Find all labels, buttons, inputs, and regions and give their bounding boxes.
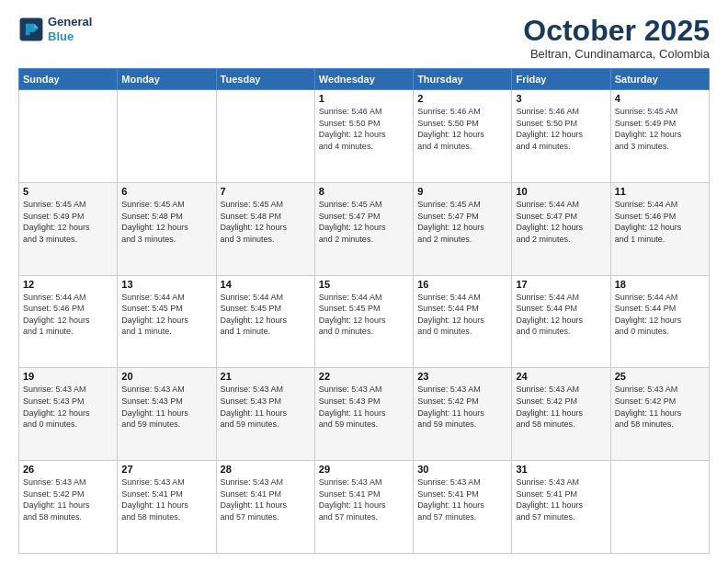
col-friday: Friday — [512, 69, 610, 90]
day-number: 24 — [516, 371, 606, 382]
day-number: 30 — [417, 464, 507, 475]
day-number: 6 — [121, 186, 211, 197]
calendar-cell: 4Sunrise: 5:45 AM Sunset: 5:49 PM Daylig… — [610, 90, 709, 183]
day-info: Sunrise: 5:43 AM Sunset: 5:41 PM Dayligh… — [417, 477, 507, 523]
calendar-cell: 19Sunrise: 5:43 AM Sunset: 5:43 PM Dayli… — [19, 368, 118, 461]
calendar-week-4: 19Sunrise: 5:43 AM Sunset: 5:43 PM Dayli… — [19, 368, 710, 461]
col-thursday: Thursday — [414, 69, 512, 90]
day-info: Sunrise: 5:43 AM Sunset: 5:41 PM Dayligh… — [221, 477, 311, 523]
calendar-cell — [216, 90, 314, 183]
calendar-week-5: 26Sunrise: 5:43 AM Sunset: 5:42 PM Dayli… — [19, 461, 710, 554]
day-info: Sunrise: 5:46 AM Sunset: 5:50 PM Dayligh… — [417, 106, 507, 152]
calendar-cell: 26Sunrise: 5:43 AM Sunset: 5:42 PM Dayli… — [19, 461, 118, 554]
calendar-cell: 1Sunrise: 5:46 AM Sunset: 5:50 PM Daylig… — [314, 90, 413, 183]
day-info: Sunrise: 5:43 AM Sunset: 5:42 PM Dayligh… — [615, 384, 705, 430]
day-info: Sunrise: 5:44 AM Sunset: 5:46 PM Dayligh… — [615, 199, 705, 245]
calendar-week-1: 1Sunrise: 5:46 AM Sunset: 5:50 PM Daylig… — [19, 90, 710, 183]
calendar-cell: 10Sunrise: 5:44 AM Sunset: 5:47 PM Dayli… — [512, 182, 610, 275]
calendar-week-3: 12Sunrise: 5:44 AM Sunset: 5:46 PM Dayli… — [19, 275, 710, 368]
col-wednesday: Wednesday — [314, 69, 413, 90]
calendar-cell: 21Sunrise: 5:43 AM Sunset: 5:43 PM Dayli… — [216, 368, 314, 461]
calendar-header-row: Sunday Monday Tuesday Wednesday Thursday… — [19, 69, 710, 90]
day-number: 23 — [417, 371, 507, 382]
day-info: Sunrise: 5:44 AM Sunset: 5:45 PM Dayligh… — [319, 292, 409, 338]
page: General Blue October 2025 Beltran, Cundi… — [0, 0, 728, 563]
calendar-cell: 7Sunrise: 5:45 AM Sunset: 5:48 PM Daylig… — [216, 182, 314, 275]
calendar-cell: 23Sunrise: 5:43 AM Sunset: 5:42 PM Dayli… — [414, 368, 512, 461]
col-monday: Monday — [118, 69, 216, 90]
calendar-cell: 24Sunrise: 5:43 AM Sunset: 5:42 PM Dayli… — [512, 368, 610, 461]
calendar-week-2: 5Sunrise: 5:45 AM Sunset: 5:49 PM Daylig… — [19, 182, 710, 275]
subtitle: Beltran, Cundinamarca, Colombia — [523, 47, 710, 61]
day-info: Sunrise: 5:44 AM Sunset: 5:44 PM Dayligh… — [615, 292, 705, 338]
day-number: 11 — [615, 186, 705, 197]
logo-line1: General — [48, 15, 92, 29]
col-sunday: Sunday — [19, 69, 118, 90]
day-number: 1 — [319, 93, 409, 104]
calendar-cell: 3Sunrise: 5:46 AM Sunset: 5:50 PM Daylig… — [512, 90, 610, 183]
day-number: 17 — [516, 279, 606, 290]
calendar-cell: 29Sunrise: 5:43 AM Sunset: 5:41 PM Dayli… — [314, 461, 413, 554]
calendar-cell: 5Sunrise: 5:45 AM Sunset: 5:49 PM Daylig… — [19, 182, 118, 275]
day-number: 2 — [417, 93, 507, 104]
calendar-cell — [19, 90, 118, 183]
calendar-cell: 15Sunrise: 5:44 AM Sunset: 5:45 PM Dayli… — [314, 275, 413, 368]
calendar-cell: 25Sunrise: 5:43 AM Sunset: 5:42 PM Dayli… — [610, 368, 709, 461]
calendar-cell — [118, 90, 216, 183]
day-info: Sunrise: 5:43 AM Sunset: 5:41 PM Dayligh… — [319, 477, 409, 523]
calendar-cell: 20Sunrise: 5:43 AM Sunset: 5:43 PM Dayli… — [118, 368, 216, 461]
calendar-cell: 16Sunrise: 5:44 AM Sunset: 5:44 PM Dayli… — [414, 275, 512, 368]
day-number: 21 — [221, 371, 311, 382]
day-info: Sunrise: 5:43 AM Sunset: 5:43 PM Dayligh… — [23, 384, 113, 430]
calendar-cell: 12Sunrise: 5:44 AM Sunset: 5:46 PM Dayli… — [19, 275, 118, 368]
day-number: 27 — [121, 464, 211, 475]
day-number: 31 — [516, 464, 606, 475]
logo-icon — [18, 17, 44, 42]
day-info: Sunrise: 5:44 AM Sunset: 5:45 PM Dayligh… — [121, 292, 211, 338]
day-number: 15 — [319, 279, 409, 290]
logo-line2: Blue — [48, 29, 92, 44]
day-info: Sunrise: 5:43 AM Sunset: 5:41 PM Dayligh… — [516, 477, 606, 523]
day-info: Sunrise: 5:43 AM Sunset: 5:41 PM Dayligh… — [121, 477, 211, 523]
title-block: October 2025 Beltran, Cundinamarca, Colo… — [523, 15, 710, 61]
calendar-cell: 17Sunrise: 5:44 AM Sunset: 5:44 PM Dayli… — [512, 275, 610, 368]
calendar-cell: 27Sunrise: 5:43 AM Sunset: 5:41 PM Dayli… — [118, 461, 216, 554]
day-number: 13 — [121, 279, 211, 290]
day-number: 8 — [319, 186, 409, 197]
calendar-table: Sunday Monday Tuesday Wednesday Thursday… — [18, 68, 710, 554]
logo: General Blue — [18, 15, 92, 43]
logo-text: General Blue — [48, 15, 92, 43]
day-number: 4 — [615, 93, 705, 104]
day-info: Sunrise: 5:45 AM Sunset: 5:49 PM Dayligh… — [23, 199, 113, 245]
day-number: 20 — [121, 371, 211, 382]
calendar-cell: 2Sunrise: 5:46 AM Sunset: 5:50 PM Daylig… — [414, 90, 512, 183]
calendar-cell: 14Sunrise: 5:44 AM Sunset: 5:45 PM Dayli… — [216, 275, 314, 368]
calendar-cell: 11Sunrise: 5:44 AM Sunset: 5:46 PM Dayli… — [610, 182, 709, 275]
day-number: 14 — [221, 279, 311, 290]
calendar-cell: 22Sunrise: 5:43 AM Sunset: 5:43 PM Dayli… — [314, 368, 413, 461]
day-number: 3 — [516, 93, 606, 104]
day-number: 25 — [615, 371, 705, 382]
day-info: Sunrise: 5:45 AM Sunset: 5:47 PM Dayligh… — [319, 199, 409, 245]
day-number: 18 — [615, 279, 705, 290]
calendar-cell: 18Sunrise: 5:44 AM Sunset: 5:44 PM Dayli… — [610, 275, 709, 368]
day-number: 26 — [23, 464, 113, 475]
month-title: October 2025 — [523, 15, 710, 47]
day-info: Sunrise: 5:43 AM Sunset: 5:43 PM Dayligh… — [121, 384, 211, 430]
day-number: 5 — [23, 186, 113, 197]
day-number: 10 — [516, 186, 606, 197]
day-info: Sunrise: 5:44 AM Sunset: 5:46 PM Dayligh… — [23, 292, 113, 338]
day-number: 9 — [417, 186, 507, 197]
day-number: 28 — [221, 464, 311, 475]
day-info: Sunrise: 5:43 AM Sunset: 5:42 PM Dayligh… — [23, 477, 113, 523]
calendar-cell: 8Sunrise: 5:45 AM Sunset: 5:47 PM Daylig… — [314, 182, 413, 275]
calendar-cell: 6Sunrise: 5:45 AM Sunset: 5:48 PM Daylig… — [118, 182, 216, 275]
day-info: Sunrise: 5:44 AM Sunset: 5:44 PM Dayligh… — [516, 292, 606, 338]
col-saturday: Saturday — [610, 69, 709, 90]
day-number: 16 — [417, 279, 507, 290]
calendar-cell: 13Sunrise: 5:44 AM Sunset: 5:45 PM Dayli… — [118, 275, 216, 368]
calendar-cell — [610, 461, 709, 554]
day-info: Sunrise: 5:43 AM Sunset: 5:43 PM Dayligh… — [319, 384, 409, 430]
calendar-cell: 9Sunrise: 5:45 AM Sunset: 5:47 PM Daylig… — [414, 182, 512, 275]
day-info: Sunrise: 5:44 AM Sunset: 5:47 PM Dayligh… — [516, 199, 606, 245]
